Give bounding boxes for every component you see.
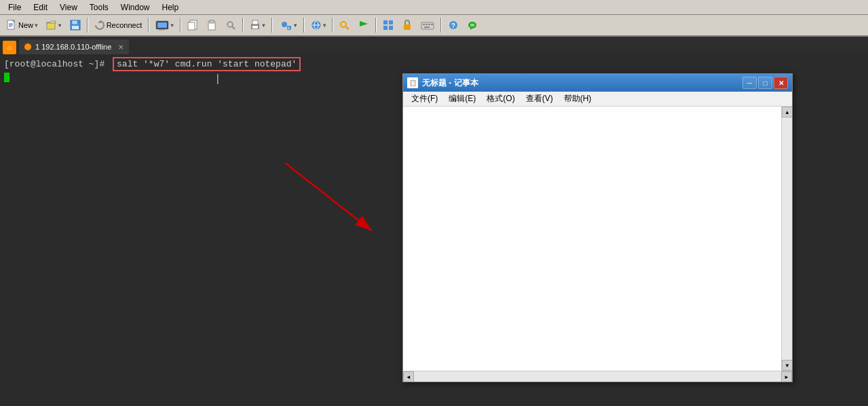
hscroll-right-btn[interactable]: ► <box>781 371 792 382</box>
keyboard-icon <box>421 20 434 31</box>
svg-rect-40 <box>423 24 425 25</box>
svg-point-19 <box>227 22 233 27</box>
open-dropdown-icon: ▼ <box>58 22 62 29</box>
key-button[interactable] <box>336 16 354 34</box>
hscroll-left-btn[interactable]: ◄ <box>403 371 414 382</box>
notepad-window: 📋 无标题 - 记事本 ─ □ ✕ 文件(F) 编辑(E) 格式(O) 查看(V… <box>402 73 793 382</box>
notepad-titlebar: 📋 无标题 - 记事本 ─ □ ✕ <box>403 74 792 92</box>
terminal-prompt: [root@localhost ~]# <box>4 59 105 69</box>
terminal-cursor <box>4 73 10 82</box>
toolbar-sep-2 <box>148 18 149 33</box>
terminal-command: salt '*w7' cmd.run 'start notepad' <box>113 57 301 71</box>
screen-icon <box>155 20 169 31</box>
copy-button[interactable] <box>184 16 202 34</box>
svg-line-20 <box>232 26 235 29</box>
toolbar-sep-3 <box>180 18 181 33</box>
tab-label: 1 192.168.0.110-offline <box>35 43 111 51</box>
svg-rect-43 <box>431 24 433 25</box>
keyboard-button[interactable] <box>417 16 438 34</box>
reconnect-button[interactable]: Reconnect <box>91 16 146 34</box>
svg-rect-9 <box>72 26 79 29</box>
notepad-menu-view[interactable]: 查看(V) <box>521 92 559 106</box>
command-space <box>107 59 113 69</box>
notepad-menu-format[interactable]: 格式(O) <box>481 92 520 106</box>
profile-icon: + <box>279 20 293 31</box>
notepad-menu-help[interactable]: 帮助(H) <box>559 92 597 106</box>
notepad-maximize-btn[interactable]: □ <box>758 77 772 89</box>
vscroll-track[interactable] <box>782 117 792 360</box>
chat-button[interactable] <box>464 16 481 34</box>
paste-button[interactable] <box>203 16 221 34</box>
toolbar-sep-9 <box>440 18 442 33</box>
notepad-minimize-btn[interactable]: ─ <box>742 77 757 89</box>
vscroll-down-btn[interactable]: ▼ <box>782 360 792 371</box>
toolbar-sep-5 <box>271 18 273 33</box>
svg-rect-16 <box>188 22 195 30</box>
menu-bar: File Edit View Tools Window Help <box>0 0 868 15</box>
reconnect-label: Reconnect <box>107 21 143 29</box>
menu-tools[interactable]: Tools <box>84 1 114 14</box>
notepad-app-icon: 📋 <box>407 77 418 88</box>
new-dropdown-icon: ▼ <box>35 22 38 29</box>
flag-button[interactable] <box>355 16 373 34</box>
notepad-vscrollbar[interactable]: ▲ ▼ <box>781 107 792 371</box>
tab-session[interactable]: 1 192.168.0.110-offline ✕ <box>19 39 129 54</box>
svg-rect-22 <box>252 26 258 29</box>
arrow-line <box>285 163 372 231</box>
open-button[interactable]: ▼ <box>43 16 65 34</box>
toolbar-sep-7 <box>332 18 333 33</box>
find-icon <box>225 20 236 31</box>
hscroll-track[interactable] <box>414 371 781 382</box>
help-icon: ? <box>448 20 459 31</box>
svg-marker-6 <box>47 21 56 23</box>
screen-button[interactable]: ▼ <box>152 16 177 34</box>
text-cursor-ibeam: | <box>214 73 221 86</box>
print-dropdown-icon: ▼ <box>262 22 265 29</box>
tab-home-icon[interactable]: ⌂ <box>3 41 16 54</box>
menu-help[interactable]: Help <box>157 1 185 14</box>
notepad-menu-edit[interactable]: 编辑(E) <box>443 92 481 106</box>
profile-button[interactable]: + ▼ <box>276 16 301 34</box>
grid-button[interactable] <box>379 16 397 34</box>
grid-icon <box>383 20 394 31</box>
svg-rect-8 <box>72 20 77 24</box>
tab-bar: ⌂ 1 192.168.0.110-offline ✕ <box>0 37 868 54</box>
tab-close-btn[interactable]: ✕ <box>118 43 124 51</box>
flag-icon <box>358 20 369 31</box>
notepad-menu-file[interactable]: 文件(F) <box>406 92 443 106</box>
vscroll-up-btn[interactable]: ▲ <box>782 107 792 117</box>
paste-icon <box>206 20 217 31</box>
svg-rect-37 <box>389 26 393 30</box>
reconnect-icon <box>94 20 105 31</box>
notepad-title-buttons: ─ □ ✕ <box>742 77 788 89</box>
menu-file[interactable]: File <box>3 1 26 14</box>
svg-point-24 <box>282 22 287 27</box>
key-icon <box>339 20 350 31</box>
svg-text:?: ? <box>451 22 455 30</box>
find-button[interactable] <box>222 16 240 34</box>
menu-window[interactable]: Window <box>115 1 155 14</box>
notepad-title: 无标题 - 记事本 <box>422 77 738 89</box>
notepad-editor[interactable] <box>403 107 781 371</box>
svg-rect-39 <box>421 22 434 29</box>
new-label: New <box>18 21 33 29</box>
chat-icon <box>467 20 478 31</box>
save-button[interactable] <box>67 16 84 34</box>
svg-marker-33 <box>360 21 368 26</box>
toolbar: New ▼ ▼ Reconnect <box>0 15 868 37</box>
menu-edit[interactable]: Edit <box>28 1 53 14</box>
svg-text:+: + <box>287 25 290 31</box>
svg-rect-12 <box>157 22 167 28</box>
profile-dropdown-icon: ▼ <box>294 22 297 29</box>
open-icon <box>46 20 57 31</box>
toolbar-sep-1 <box>87 18 88 33</box>
menu-view[interactable]: View <box>54 1 83 14</box>
print-button[interactable]: ▼ <box>246 16 269 34</box>
new-icon <box>6 20 17 31</box>
new-button[interactable]: New ▼ <box>3 16 41 34</box>
notepad-hscrollbar[interactable]: ◄ ► <box>403 371 792 382</box>
globe-button[interactable]: ▼ <box>307 16 330 34</box>
lock-button[interactable] <box>398 16 416 34</box>
notepad-close-btn[interactable]: ✕ <box>774 77 788 89</box>
help-button[interactable]: ? <box>445 16 462 34</box>
